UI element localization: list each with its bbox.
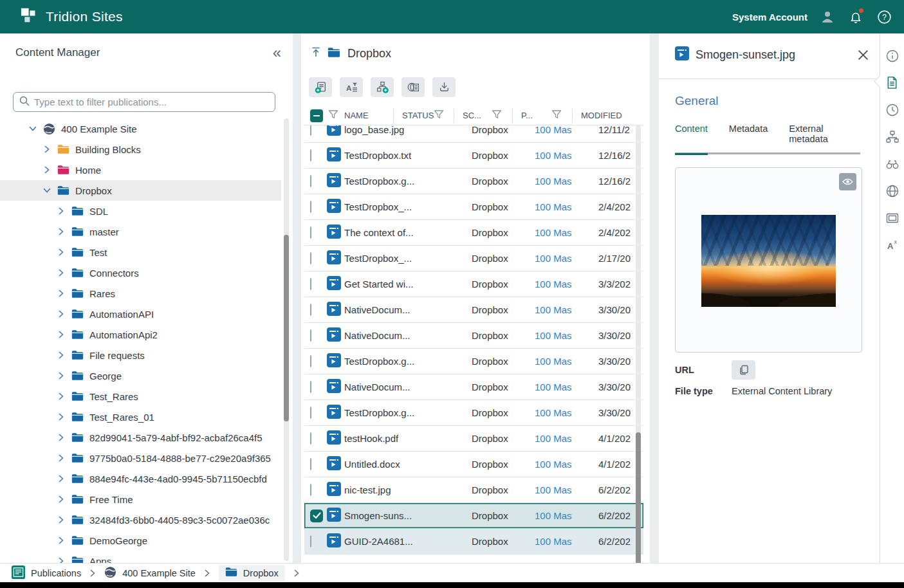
row-checkbox[interactable] bbox=[310, 226, 311, 239]
tree-scrollbar[interactable] bbox=[284, 118, 289, 561]
cell-publication-link[interactable]: 100 Master bbox=[512, 304, 572, 315]
tree-item[interactable]: George bbox=[0, 365, 281, 386]
table-row[interactable]: NativeDocum... Dropbox 100 Master 3/30/2… bbox=[304, 297, 643, 323]
translation-icon[interactable]: A x bbox=[884, 237, 900, 253]
chevron-icon[interactable] bbox=[57, 289, 65, 298]
tab-external-metadata[interactable]: External metadata bbox=[789, 124, 860, 152]
history-icon[interactable] bbox=[884, 102, 900, 118]
row-checkbox[interactable] bbox=[310, 432, 311, 445]
chevron-icon[interactable] bbox=[57, 269, 65, 277]
publish-view-button[interactable] bbox=[401, 77, 425, 97]
chevron-icon[interactable] bbox=[57, 475, 65, 483]
chevron-icon[interactable] bbox=[57, 413, 65, 421]
chevron-icon[interactable] bbox=[57, 434, 65, 442]
chevron-icon[interactable] bbox=[42, 145, 51, 154]
breadcrumb-site[interactable]: 400 Example Site bbox=[104, 566, 196, 580]
table-row[interactable]: logo_base.jpg Dropbox 100 Master 12/11/2 bbox=[304, 125, 643, 143]
row-checkbox[interactable] bbox=[310, 484, 311, 496]
copy-icon[interactable] bbox=[732, 360, 755, 380]
table-row[interactable]: NativeDocum... Dropbox 100 Master 3/30/2… bbox=[304, 374, 643, 400]
cell-publication-link[interactable]: 100 Master bbox=[512, 381, 572, 392]
row-checkbox[interactable] bbox=[310, 407, 311, 419]
search-input[interactable] bbox=[34, 96, 269, 107]
row-checkbox[interactable] bbox=[310, 381, 311, 393]
up-one-level-icon[interactable] bbox=[310, 46, 322, 60]
tree-item[interactable]: Test bbox=[0, 242, 281, 262]
table-row[interactable]: testHook.pdf Dropbox 100 Master 4/1/202 bbox=[304, 426, 643, 452]
chevron-icon[interactable] bbox=[57, 351, 65, 360]
table-row[interactable]: TestDropbox_... Dropbox 100 Master 2/17/… bbox=[304, 246, 643, 271]
table-row[interactable]: nic-test.jpg Dropbox 100 Master 6/2/202 bbox=[304, 477, 643, 503]
publication-filter-search[interactable] bbox=[13, 92, 275, 112]
tree-item[interactable]: 82d99041-5a79-4abf-bf92-acbaf26ca4f5 bbox=[0, 427, 281, 448]
table-row[interactable]: The context of... Dropbox 100 Master 2/4… bbox=[304, 220, 643, 246]
chevron-icon[interactable] bbox=[57, 516, 65, 524]
cell-publication-link[interactable]: 100 Master bbox=[512, 227, 572, 238]
column-schema[interactable]: SC... bbox=[454, 109, 512, 123]
cell-publication-link[interactable]: 100 Master bbox=[512, 150, 572, 161]
chevron-icon[interactable] bbox=[57, 248, 65, 257]
chevron-icon[interactable] bbox=[57, 454, 65, 463]
table-row[interactable]: TestDropbox.txt Dropbox 100 Master 12/16… bbox=[304, 143, 643, 169]
collapse-panel-icon[interactable]: « bbox=[273, 47, 281, 59]
table-row[interactable]: TestDropbox.g... Dropbox 100 Master 12/1… bbox=[304, 169, 643, 194]
cell-publication-link[interactable]: 100 Master bbox=[512, 433, 572, 444]
tree-item[interactable]: 9775b0a0-5184-4888-be77-c29e20a9f365 bbox=[0, 448, 281, 468]
cell-publication-link[interactable]: 100 Master bbox=[512, 510, 572, 521]
chevron-icon[interactable] bbox=[57, 537, 65, 545]
chevron-icon[interactable] bbox=[57, 207, 65, 216]
cell-publication-link[interactable]: 100 Master bbox=[512, 330, 572, 341]
cell-publication-link[interactable]: 100 Master bbox=[512, 201, 572, 212]
schema-filter-icon[interactable] bbox=[492, 109, 502, 122]
tree-item[interactable]: Test_Rares bbox=[0, 386, 281, 407]
row-checkbox[interactable] bbox=[310, 329, 311, 342]
chevron-icon[interactable] bbox=[57, 310, 65, 318]
tree-item[interactable]: 884e94fc-443e-4ad0-9945-5b71150ecbfd bbox=[0, 468, 281, 489]
chevron-icon[interactable] bbox=[57, 495, 65, 504]
tree-item[interactable]: AutomationApi2 bbox=[0, 324, 281, 345]
table-row[interactable]: TestDropbox.g... Dropbox 100 Master 3/30… bbox=[304, 400, 643, 426]
cell-publication-link[interactable]: 100 Master bbox=[512, 125, 572, 135]
row-checkbox[interactable] bbox=[310, 125, 311, 136]
column-status[interactable]: STATUS bbox=[393, 109, 454, 123]
row-checkbox[interactable] bbox=[310, 510, 323, 522]
tree-item[interactable]: SDL bbox=[0, 201, 281, 221]
row-checkbox[interactable] bbox=[310, 201, 311, 213]
tree-item[interactable]: 400 Example Site bbox=[0, 118, 281, 139]
user-icon[interactable] bbox=[819, 8, 836, 25]
sort-filter-button[interactable]: A bbox=[340, 77, 363, 97]
tab-content[interactable]: Content bbox=[675, 124, 708, 155]
browse-icon[interactable] bbox=[884, 156, 900, 172]
column-modified[interactable]: MODIFIED bbox=[572, 109, 643, 123]
row-checkbox[interactable] bbox=[310, 355, 311, 367]
row-checkbox[interactable] bbox=[310, 149, 311, 161]
close-icon[interactable] bbox=[857, 49, 869, 61]
tree-item[interactable]: Building Blocks bbox=[0, 139, 281, 160]
info-icon[interactable] bbox=[884, 48, 900, 64]
tree-item[interactable]: AutomationAPI bbox=[0, 304, 281, 324]
select-all-checkbox[interactable] bbox=[310, 109, 323, 122]
chevron-icon[interactable] bbox=[57, 228, 65, 236]
help-icon[interactable]: ? bbox=[876, 8, 892, 25]
structure-icon[interactable] bbox=[884, 129, 900, 145]
row-checkbox[interactable] bbox=[310, 175, 311, 187]
table-row[interactable]: Get Started wi... Dropbox 100 Master 3/3… bbox=[304, 271, 643, 297]
column-name[interactable]: NAME bbox=[344, 109, 393, 123]
cell-publication-link[interactable]: 100 Master bbox=[512, 484, 572, 495]
chevron-icon[interactable] bbox=[57, 331, 65, 339]
table-row[interactable]: Smogen-suns... Dropbox 100 Master 6/2/20… bbox=[304, 503, 643, 529]
table-row[interactable]: GUID-2A4681... Dropbox 100 Master 6/2/20… bbox=[304, 529, 643, 555]
tree-item[interactable]: Connectors bbox=[0, 262, 281, 283]
tree-item[interactable]: Test_Rares_01 bbox=[0, 407, 281, 427]
chevron-icon[interactable] bbox=[28, 125, 37, 133]
breadcrumb-publications[interactable]: Publications bbox=[12, 565, 81, 581]
tree-item[interactable]: DemoGeorge bbox=[0, 530, 281, 551]
chevron-icon[interactable] bbox=[57, 557, 65, 564]
add-item-button[interactable] bbox=[309, 77, 332, 97]
tree-item[interactable]: 32484fd3-6bb0-4405-89c3-5c0072ae036c bbox=[0, 510, 281, 530]
row-checkbox[interactable] bbox=[310, 304, 311, 316]
tree-item[interactable]: File requests bbox=[0, 345, 281, 365]
table-row[interactable]: TestDropbox.g... Dropbox 100 Master 3/30… bbox=[304, 349, 643, 374]
tree-item[interactable]: Home bbox=[0, 160, 281, 180]
tree-item[interactable]: Rares bbox=[0, 283, 281, 304]
